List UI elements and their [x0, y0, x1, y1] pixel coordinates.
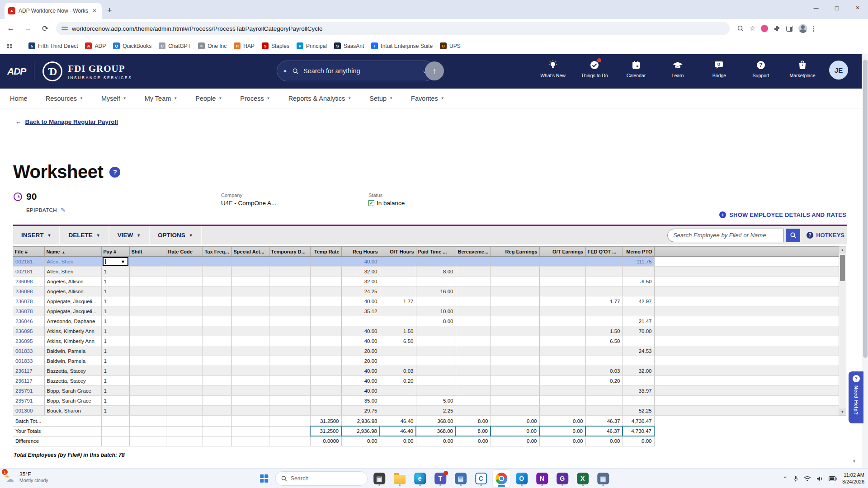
table-cell[interactable] [491, 326, 539, 336]
table-cell[interactable] [539, 376, 585, 386]
excel-icon[interactable]: X [574, 470, 591, 487]
bookmark-item[interactable]: SStaples [258, 41, 293, 51]
volume-icon[interactable] [816, 476, 823, 482]
weather-widget[interactable]: 1 ☀☁ 35°F Mostly cloudy [4, 471, 48, 483]
table-cell[interactable] [166, 386, 203, 396]
table-cell[interactable] [269, 286, 310, 296]
table-cell[interactable] [539, 316, 585, 326]
teams-icon[interactable]: T [432, 470, 449, 487]
nav-item-people[interactable]: People▼ [195, 95, 222, 102]
table-cell[interactable] [231, 257, 269, 267]
column-header-reg_earn[interactable]: Reg Earnings [491, 247, 539, 257]
table-cell[interactable] [269, 336, 310, 346]
table-cell[interactable] [585, 306, 623, 316]
table-cell[interactable] [491, 336, 539, 346]
table-cell[interactable] [231, 376, 269, 386]
remote-desktop-icon[interactable]: ▤ [452, 470, 469, 487]
table-cell[interactable]: Angeles, Allison [44, 286, 101, 296]
table-cell[interactable] [231, 366, 269, 376]
battery-icon[interactable] [829, 476, 837, 481]
table-cell[interactable] [585, 267, 623, 277]
calendar-button[interactable]: Calendar [621, 60, 651, 78]
table-cell[interactable] [456, 336, 491, 346]
table-cell[interactable] [539, 267, 585, 277]
table-cell[interactable] [129, 356, 166, 366]
table-cell[interactable] [539, 386, 585, 396]
table-cell[interactable]: 1 [101, 296, 129, 306]
table-cell[interactable] [166, 376, 203, 386]
table-cell[interactable] [310, 296, 341, 306]
table-cell[interactable] [623, 267, 654, 277]
table-cell[interactable]: 35.00 [341, 396, 380, 406]
table-cell[interactable] [380, 346, 416, 356]
collapse-arrow-icon[interactable]: ▼ [852, 459, 856, 464]
table-cell[interactable]: Arredondo, Daphane [44, 316, 101, 326]
table-cell[interactable] [585, 277, 623, 286]
table-cell[interactable] [310, 376, 341, 386]
table-cell[interactable] [129, 386, 166, 396]
table-cell[interactable] [129, 366, 166, 376]
search-submit-button[interactable]: ↑ [425, 61, 444, 80]
table-cell[interactable] [310, 356, 341, 366]
marketplace-button[interactable]: Marketplace [788, 60, 817, 78]
table-cell[interactable]: 32.00 [341, 277, 380, 286]
address-bar[interactable]: workforcenow.adp.com/theme/admin.html#/P… [56, 22, 730, 35]
table-cell[interactable] [623, 336, 654, 346]
table-cell[interactable]: Bazzetta, Stacey [44, 366, 101, 376]
table-cell[interactable] [380, 277, 416, 286]
table-cell[interactable] [231, 296, 269, 306]
table-cell[interactable] [269, 267, 310, 277]
table-cell[interactable] [203, 356, 231, 366]
scroll-up-icon[interactable]: ▲ [839, 247, 846, 253]
file-link[interactable]: 001833 [13, 346, 44, 356]
table-cell[interactable] [203, 326, 231, 336]
table-cell[interactable] [539, 346, 585, 356]
table-cell[interactable]: 0.20 [585, 376, 623, 386]
table-cell[interactable]: 1 [101, 386, 129, 396]
table-cell[interactable] [269, 406, 310, 416]
table-cell[interactable]: 1 [101, 406, 129, 416]
table-cell[interactable] [456, 326, 491, 336]
table-cell[interactable] [380, 286, 416, 296]
employee-search-input[interactable] [667, 229, 784, 242]
table-cell[interactable]: 24.25 [341, 286, 380, 296]
onenote-icon[interactable]: N [533, 470, 551, 487]
table-cell[interactable]: 20.00 [341, 356, 380, 366]
table-cell[interactable] [129, 336, 166, 346]
table-cell[interactable] [491, 316, 539, 326]
table-cell[interactable] [203, 306, 231, 316]
table-cell[interactable] [585, 257, 623, 267]
table-cell[interactable]: 1 [101, 277, 129, 286]
table-cell[interactable] [623, 286, 654, 296]
file-link[interactable]: 236046 [13, 316, 44, 326]
column-header-ot_earn[interactable]: O/T Earnings [539, 247, 585, 257]
table-cell[interactable] [491, 306, 539, 316]
hidden-icons-chevron[interactable]: ⌃ [783, 475, 788, 482]
bookmark-item[interactable]: UUPS [436, 41, 464, 51]
table-cell[interactable] [269, 356, 310, 366]
options-button[interactable]: OPTIONS▼ [150, 226, 202, 244]
table-cell[interactable] [310, 277, 341, 286]
column-header-file[interactable]: File # [13, 247, 44, 257]
table-cell[interactable] [310, 286, 341, 296]
table-cell[interactable] [456, 286, 491, 296]
table-cell[interactable] [129, 376, 166, 386]
table-cell[interactable] [166, 406, 203, 416]
table-cell[interactable] [166, 267, 203, 277]
table-cell[interactable] [491, 267, 539, 277]
table-cell[interactable] [380, 396, 416, 406]
table-cell[interactable] [623, 396, 654, 406]
table-cell[interactable] [166, 296, 203, 306]
table-cell[interactable]: Bazzetta, Stacey [44, 376, 101, 386]
table-cell[interactable] [231, 286, 269, 296]
table-cell[interactable]: 1 [101, 356, 129, 366]
things-to-do-button[interactable]: Things to Do [580, 60, 609, 78]
table-cell[interactable] [491, 286, 539, 296]
g-app-icon[interactable]: G [554, 470, 571, 487]
table-cell[interactable] [491, 296, 539, 306]
table-cell[interactable]: 21.47 [623, 316, 654, 326]
bookmark-item[interactable]: IIntuit Enterprise Suite [368, 41, 436, 51]
table-cell[interactable]: 29.75 [341, 406, 380, 416]
column-header-paid_time[interactable]: Paid Time ... [416, 247, 456, 257]
table-cell[interactable] [585, 316, 623, 326]
